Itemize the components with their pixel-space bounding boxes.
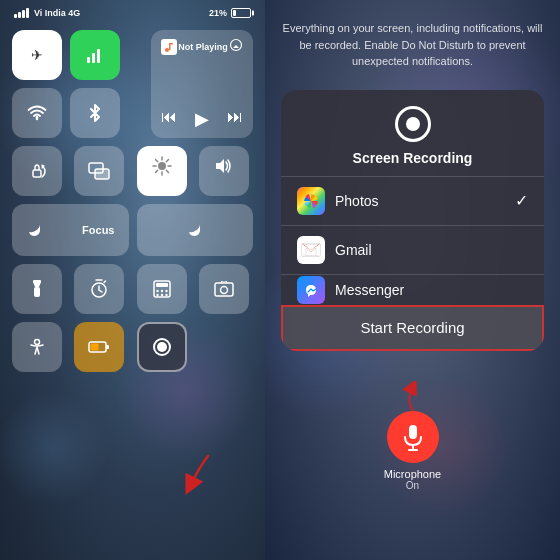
timer-icon [89,279,109,299]
wifi-button[interactable] [12,88,62,138]
focus-button[interactable]: Focus [12,204,129,256]
svg-line-16 [166,170,168,172]
svg-point-10 [158,162,166,170]
empty-slot [199,322,249,372]
cellular-button[interactable] [70,30,120,80]
svg-point-27 [165,290,167,292]
flashlight-button[interactable] [12,264,62,314]
camera-icon [214,281,234,297]
messenger-item[interactable]: Messenger [281,275,544,305]
brightness-icon [152,156,172,176]
do-not-disturb-toggle[interactable] [137,204,254,256]
arrow-annotation [180,451,215,500]
svg-rect-24 [156,283,168,287]
svg-line-15 [155,160,157,162]
gmail-icon [297,236,325,264]
gmail-logo [301,242,321,258]
np-top: Not Playing [161,38,243,56]
photos-label: Photos [335,193,505,209]
battery-pct: 21% [209,8,227,18]
brightness-slider[interactable] [137,146,187,196]
carrier-label: Vi India 4G [34,8,80,18]
cc-top-row: ✈ [12,30,253,138]
next-track-icon[interactable]: ⏭ [227,108,243,130]
start-recording-button[interactable]: Start Recording [281,305,544,351]
play-button[interactable]: ▶ [195,108,209,130]
cc-second-row [12,146,253,196]
popup-header: Screen Recording [281,90,544,176]
photos-item[interactable]: Photos ✓ [281,177,544,225]
media-controls: ⏮ ▶ ⏭ [161,108,243,130]
description-text: Everything on your screen, including not… [281,20,544,70]
now-playing-title: Not Playing [178,42,228,52]
gmail-label: Gmail [335,242,528,258]
svg-rect-7 [33,170,41,177]
cc-last-row [12,322,253,372]
svg-line-17 [166,160,168,162]
camera-button[interactable] [199,264,249,314]
messenger-label: Messenger [335,282,528,298]
microphone-label: Microphone [384,468,441,480]
svg-point-30 [165,294,167,296]
accessibility-icon [28,338,46,356]
screen-mirror-button[interactable] [74,146,124,196]
airplane-mode-button[interactable]: ✈ [12,30,62,80]
volume-slider[interactable] [199,146,249,196]
low-power-button[interactable] [74,322,124,372]
svg-rect-34 [106,345,109,349]
messenger-icon [297,276,325,304]
svg-rect-9 [95,169,109,179]
photos-logo [302,192,320,210]
svg-point-37 [157,342,167,352]
bluetooth-icon [87,103,103,123]
recording-popup: Screen Recording P [281,90,544,351]
microphone-status: On [406,480,419,491]
signal-bar-1 [14,14,17,18]
timer-button[interactable] [74,264,124,314]
signal-bar-2 [18,12,21,18]
svg-point-28 [156,294,158,296]
battery-fill [233,10,236,16]
signal-bars [14,8,29,18]
cc-connectivity: ✈ [12,30,120,138]
calculator-button[interactable] [137,264,187,314]
calculator-icon [153,280,171,298]
status-right: 21% [209,8,251,18]
record-icon-circle [395,106,431,142]
svg-rect-21 [33,280,41,283]
status-bar: Vi India 4G 21% [0,0,265,22]
status-left: Vi India 4G [14,8,80,18]
left-panel: Vi India 4G 21% ✈ [0,0,265,560]
microphone-button[interactable] [387,411,439,463]
cc-bottom-row [12,264,253,314]
svg-point-3 [165,48,169,52]
arrow-svg [180,451,215,496]
svg-rect-35 [91,344,99,351]
now-playing-widget[interactable]: Not Playing ⏮ ▶ ⏭ [151,30,253,138]
cellular-icon [85,45,105,65]
svg-rect-19 [34,287,40,297]
music-note-icon [164,42,174,52]
svg-point-32 [35,340,40,345]
lock-rotation-icon [27,161,47,181]
airplay-svg [229,38,243,52]
lock-rotation-button[interactable] [12,146,62,196]
wifi-icon [27,103,47,123]
photos-checkmark: ✓ [515,191,528,210]
record-icon-inner [406,117,420,131]
screen-record-button[interactable] [137,322,187,372]
moon-icon [26,221,44,239]
airplane-icon: ✈ [31,47,43,63]
svg-rect-1 [92,53,95,63]
screen-record-icon [152,337,172,357]
moon-dnd-icon [186,221,204,239]
screen-mirror-icon [88,162,110,180]
accessibility-button[interactable] [12,322,62,372]
svg-rect-0 [87,57,90,63]
svg-line-18 [155,170,157,172]
prev-track-icon[interactable]: ⏮ [161,108,177,130]
microphone-section: Microphone On [281,381,544,491]
bluetooth-button[interactable] [70,88,120,138]
gmail-item[interactable]: Gmail [281,226,544,274]
popup-title: Screen Recording [353,150,473,166]
